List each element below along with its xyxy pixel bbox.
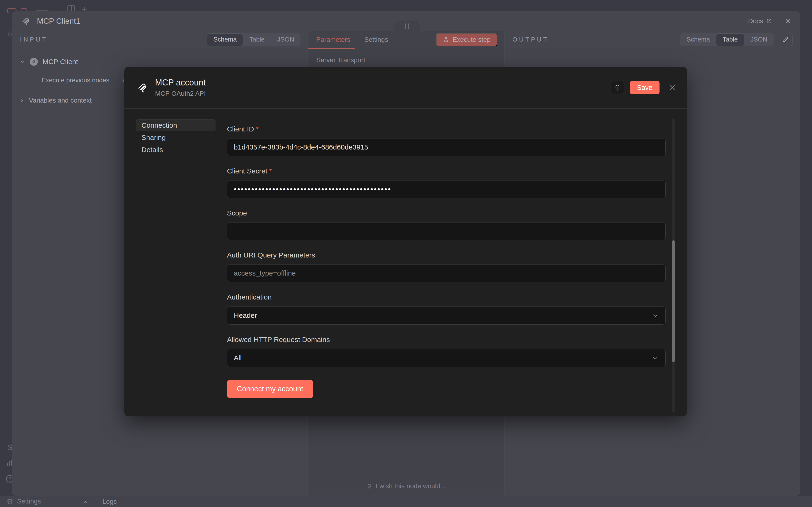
input-display-mode-tabs: Schema Table JSON	[207, 33, 301, 46]
edit-output-button[interactable]	[779, 33, 793, 46]
scope-label: Scope	[227, 209, 666, 217]
authentication-select[interactable]: Header	[227, 306, 666, 325]
trash-icon	[614, 84, 621, 91]
auth-uri-query-label: Auth URI Query Parameters	[227, 251, 666, 259]
status-bar: ⚙ Settings Logs	[0, 496, 812, 507]
credential-subtitle: MCP OAuth2 API	[155, 90, 206, 97]
tab-output-schema[interactable]: Schema	[680, 33, 716, 46]
close-icon[interactable]	[784, 17, 792, 25]
tab-parameters[interactable]: Parameters	[316, 36, 350, 44]
pencil-icon	[782, 36, 789, 43]
wish-text: I wish this node would...	[376, 482, 446, 490]
input-node-label: MCP Client	[43, 58, 78, 66]
gear-icon: ⚙	[7, 497, 13, 506]
chevron-right-icon	[19, 98, 25, 103]
sidebar-item-settings[interactable]: ⚙ Settings	[7, 497, 41, 506]
lightbulb-icon	[366, 483, 372, 489]
credential-title[interactable]: MCP account	[155, 78, 206, 88]
modal-scrollbar-thumb[interactable]	[672, 240, 675, 362]
modal-scrollbar-track[interactable]	[672, 118, 675, 413]
client-secret-input[interactable]	[227, 180, 666, 198]
mcp-node-circle-icon	[30, 58, 38, 66]
allowed-domains-label: Allowed HTTP Request Domains	[227, 336, 666, 344]
allowed-domains-select[interactable]: All	[227, 349, 666, 367]
nav-item-sharing[interactable]: Sharing	[136, 132, 215, 144]
external-link-icon	[766, 18, 772, 24]
input-node-row[interactable]: MCP Client	[19, 58, 308, 66]
panel-drag-handle[interactable]	[394, 21, 420, 31]
tab-output-table[interactable]: Table	[716, 33, 744, 46]
tab-output-json[interactable]: JSON	[744, 33, 774, 46]
tab-settings[interactable]: Settings	[364, 36, 388, 44]
chevron-down-icon[interactable]	[19, 59, 25, 64]
required-asterisk: *	[269, 167, 272, 175]
flask-icon	[443, 36, 449, 43]
required-asterisk: *	[256, 125, 259, 133]
output-panel-label: OUTPUT	[512, 36, 549, 43]
execute-previous-nodes-button[interactable]: Execute previous nodes	[35, 74, 116, 87]
client-id-label: Client ID*	[227, 125, 666, 133]
chevron-down-icon	[652, 355, 659, 362]
logs-expand-chevron-icon[interactable]	[83, 500, 88, 505]
nav-item-details[interactable]: Details	[136, 144, 215, 156]
active-tab-underline	[308, 48, 355, 49]
credential-nav: Connection Sharing Details	[124, 109, 227, 416]
insights-chart-icon	[7, 460, 12, 466]
authentication-value: Header	[234, 312, 257, 320]
scope-input[interactable]	[227, 222, 666, 240]
client-secret-label: Client Secret*	[227, 167, 666, 175]
authentication-label: Authentication	[227, 293, 666, 301]
variables-label: Variables and context	[29, 97, 92, 104]
mcp-node-icon	[21, 16, 31, 26]
mcp-credential-icon	[137, 82, 149, 93]
execute-step-label: Execute step	[453, 36, 491, 44]
tab-input-table[interactable]: Table	[243, 33, 271, 46]
docs-label: Docs	[748, 17, 763, 25]
node-title[interactable]: MCP Client1	[37, 17, 80, 25]
logs-panel-toggle[interactable]: Logs	[102, 498, 117, 505]
tab-input-schema[interactable]: Schema	[207, 33, 243, 46]
connect-account-button[interactable]: Connect my account	[227, 380, 313, 398]
delete-credential-button[interactable]	[611, 81, 624, 94]
modal-close-icon[interactable]	[668, 84, 676, 91]
execute-step-button[interactable]: Execute step	[436, 33, 497, 46]
docs-link[interactable]: Docs	[748, 17, 772, 25]
settings-label: Settings	[17, 498, 41, 505]
credential-modal: MCP account MCP OAuth2 API Save Connecti…	[124, 67, 687, 416]
divider	[778, 16, 778, 26]
auth-uri-query-input[interactable]	[227, 264, 666, 282]
input-panel-label: INPUT	[20, 36, 48, 43]
chevron-down-icon	[652, 312, 659, 319]
nav-item-connection[interactable]: Connection	[136, 119, 215, 131]
tab-input-json[interactable]: JSON	[271, 33, 301, 46]
node-feedback-prompt[interactable]: I wish this node would...	[308, 482, 504, 490]
server-transport-label: Server Transport	[316, 56, 504, 64]
allowed-domains-value: All	[234, 354, 242, 362]
client-id-input[interactable]	[227, 138, 666, 156]
credential-form: Client ID* Client Secret* Scope Auth URI…	[227, 109, 687, 416]
save-button[interactable]: Save	[630, 81, 660, 94]
output-display-mode-tabs: Schema Table JSON	[680, 33, 774, 46]
